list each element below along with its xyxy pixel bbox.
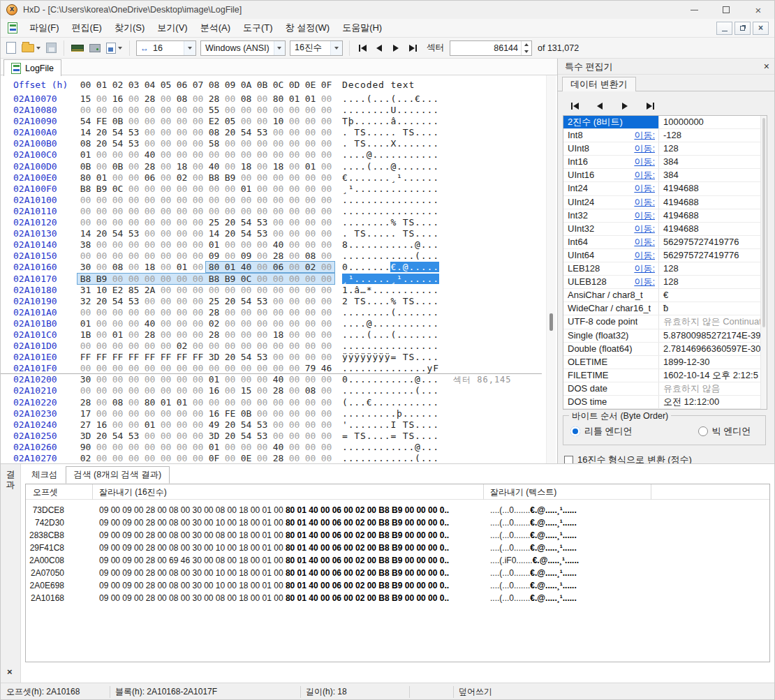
inspector-value[interactable]: 4194688 [659, 209, 767, 222]
decoded-selection[interactable]: €.@..... [390, 262, 438, 272]
hex-byte[interactable]: 00 [222, 385, 238, 396]
hex-byte[interactable]: 00 [142, 453, 158, 463]
inspector-row[interactable]: UInt24이동:4194688 [563, 196, 767, 209]
hex-decoded[interactable]: . TS....X....... [342, 138, 439, 149]
hex-byte[interactable]: 54 [110, 431, 126, 441]
hex-byte[interactable]: 00 [142, 239, 158, 250]
hex-byte[interactable]: 00 [318, 296, 334, 306]
hex-row[interactable]: 02A1022028000800800101000000000000000000… [1, 397, 546, 408]
hex-byte[interactable]: 00 [318, 127, 334, 137]
hex-byte[interactable]: 00 [270, 274, 286, 284]
inspector-scrollbar-thumb[interactable] [762, 118, 765, 327]
hex-byte[interactable]: 00 [286, 419, 302, 430]
hex-byte[interactable]: 00 [302, 318, 318, 329]
hex-byte[interactable]: 00 [158, 318, 174, 329]
hex-row[interactable]: 02A1021000000000000000001600150028000800… [1, 385, 546, 396]
hex-byte[interactable]: 00 [222, 105, 238, 115]
hex-byte[interactable]: 00 [286, 228, 302, 239]
hex-byte[interactable]: 00 [222, 239, 238, 250]
inspector-row[interactable]: FILETIME1602-10-14 오후 2:12:5 [563, 369, 767, 382]
hex-byte[interactable]: 0C [238, 274, 254, 284]
hex-byte[interactable]: 00 [126, 274, 142, 284]
hex-byte[interactable]: 00 [302, 397, 318, 408]
hex-byte[interactable]: 00 [110, 217, 126, 228]
hex-byte[interactable]: 00 [286, 161, 302, 172]
hex-byte[interactable]: 00 [158, 217, 174, 228]
hex-row[interactable]: 02A100B008205453000000005800000000000000… [1, 138, 546, 149]
hex-byte[interactable]: 00 [158, 239, 174, 250]
hex-byte[interactable]: 40 [206, 161, 222, 172]
hex-byte[interactable]: 00 [158, 431, 174, 441]
inspector-row[interactable]: UTF-8 code point유효하지 않은 Continuat [563, 315, 767, 329]
hex-byte[interactable]: 15 [238, 385, 254, 396]
hex-byte[interactable]: 01 [302, 161, 318, 172]
hex-byte[interactable]: 00 [286, 217, 302, 228]
hex-byte[interactable]: 40 [270, 442, 286, 452]
hex-byte[interactable]: 00 [94, 341, 110, 351]
hex-byte[interactable]: 53 [254, 296, 270, 306]
hex-byte[interactable]: 00 [270, 285, 286, 295]
menu-item[interactable]: 도움말(H) [336, 19, 388, 37]
hex-byte[interactable]: 00 [190, 262, 206, 272]
hex-byte[interactable]: 00 [254, 149, 270, 160]
hex-byte[interactable]: 00 [190, 105, 206, 115]
hex-byte[interactable]: 00 [174, 419, 190, 430]
hex-byte[interactable]: 00 [238, 138, 254, 149]
spin-up-button[interactable] [522, 41, 531, 48]
inspector-row[interactable]: UInt16이동:384 [563, 169, 767, 182]
hex-byte[interactable]: 00 [270, 307, 286, 318]
hex-byte[interactable]: 16 [110, 94, 126, 104]
result-row[interactable]: 742D3009 00 09 00 28 00 08 00 30 00 10 0… [26, 516, 769, 529]
hex-byte[interactable]: 00 [270, 172, 286, 183]
hex-byte[interactable]: 00 [158, 184, 174, 194]
offset-base-select[interactable]: 16진수 [290, 40, 343, 56]
sector-spinner[interactable]: 86144 [450, 40, 532, 56]
hex-decoded[interactable]: . TS..... TS.... [342, 228, 439, 239]
hex-byte[interactable]: 00 [318, 239, 334, 250]
hex-byte[interactable]: 00 [126, 408, 142, 419]
hex-byte[interactable]: 00 [190, 184, 206, 194]
hex-bytes[interactable]: 00000000000000000000000000007946 [78, 363, 335, 373]
hex-decoded[interactable]: ............(... [342, 453, 439, 463]
hex-byte[interactable]: 00 [110, 442, 126, 452]
hex-byte[interactable]: 00 [158, 116, 174, 126]
hex-byte[interactable]: 00 [190, 397, 206, 408]
hex-byte[interactable]: 10 [270, 116, 286, 126]
goto-link[interactable]: 이동: [634, 129, 655, 142]
hex-byte[interactable]: 00 [174, 318, 190, 329]
hex-byte[interactable]: 00 [110, 274, 126, 284]
inspector-value[interactable]: 1602-10-14 오후 2:12:5 [659, 369, 767, 382]
hex-byte[interactable]: 00 [254, 94, 270, 104]
inspector-value[interactable]: 5.87800985272174E-39 [659, 329, 767, 342]
hex-byte[interactable]: 1B [78, 329, 94, 340]
hex-byte[interactable]: FF [174, 352, 190, 362]
hex-byte[interactable]: 00 [174, 329, 190, 340]
hex-row[interactable]: 02A101A000000000000000002800000000000000… [1, 307, 546, 318]
hex-byte[interactable]: 00 [254, 105, 270, 115]
hex-byte[interactable]: 00 [318, 318, 334, 329]
hex-byte[interactable]: 30 [78, 374, 94, 385]
hex-byte[interactable]: 00 [158, 385, 174, 396]
hex-row[interactable]: 02A100F0B8B90C00000000000000010000000000… [1, 184, 546, 195]
mdi-close-button[interactable]: × [753, 22, 769, 35]
hex-byte[interactable]: 00 [302, 195, 318, 205]
hex-decoded[interactable]: ....(...(...€... [342, 94, 439, 104]
hex-byte[interactable]: 00 [206, 341, 222, 351]
hex-bytes[interactable]: B8B9000000000000B8B90C0000000000 [78, 274, 335, 284]
results-tab[interactable]: 검색 (8개의 검색 결과) [66, 466, 170, 484]
hex-byte[interactable]: 16 [206, 385, 222, 396]
inspector-row[interactable]: Single (float32)5.87800985272174E-39 [563, 329, 767, 343]
hex-decoded[interactable]: . TS..... TS.... [342, 127, 439, 137]
hex-bytes[interactable]: B8B90C00000000000000010000000000 [78, 184, 335, 194]
hex-byte[interactable]: 00 [158, 172, 174, 183]
hex-byte[interactable]: 00 [110, 239, 126, 250]
inspector-value[interactable]: 유효하지 않은 Continuat [659, 315, 767, 328]
hex-byte[interactable]: 00 [174, 206, 190, 216]
goto-link[interactable]: 이동: [634, 236, 655, 248]
hex-byte[interactable]: 00 [238, 116, 254, 126]
hex-byte[interactable]: 00 [126, 172, 142, 183]
inspector-row[interactable]: Int64이동:562975727419776 [563, 236, 767, 249]
hex-byte[interactable]: 00 [238, 318, 254, 329]
hex-byte[interactable]: 00 [110, 453, 126, 463]
hex-byte[interactable]: 00 [142, 442, 158, 452]
